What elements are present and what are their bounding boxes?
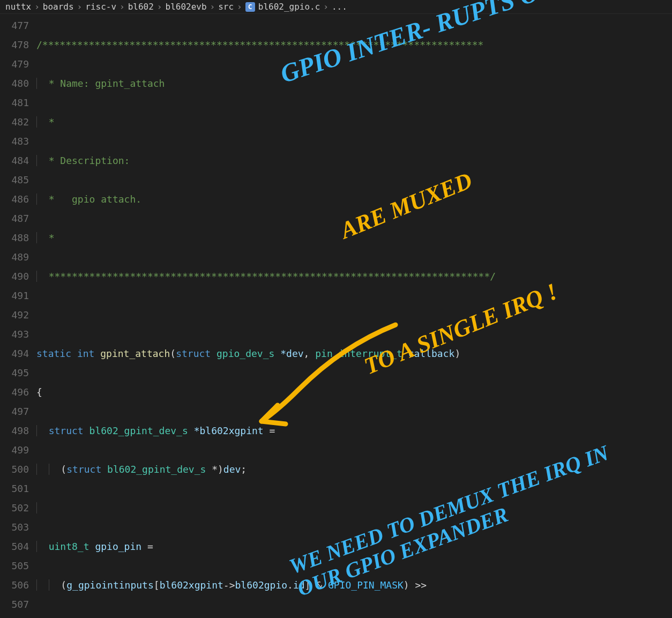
breadcrumb[interactable]: nuttx › boards › risc-v › bl602 › bl602e…	[0, 0, 672, 14]
line-number: 505	[5, 556, 29, 576]
breadcrumb-item[interactable]: nuttx	[5, 2, 31, 12]
line-number: 479	[5, 55, 29, 74]
line-number: 494	[5, 344, 29, 363]
line-number: 492	[5, 306, 29, 325]
line-number: 482	[5, 113, 29, 132]
comment-line: /***************************************…	[36, 39, 483, 50]
chevron-right-icon: ›	[34, 2, 40, 12]
line-number: 501	[5, 479, 29, 498]
line-number: 500	[5, 460, 29, 479]
code-content[interactable]: /***************************************…	[36, 14, 672, 618]
line-number: 498	[5, 421, 29, 441]
line-number: 481	[5, 93, 29, 113]
line-number: 495	[5, 363, 29, 383]
line-number: 499	[5, 441, 29, 460]
line-number: 487	[5, 209, 29, 228]
code-line: uint8_t gpio_pin =	[36, 537, 672, 556]
blank-line	[36, 306, 672, 325]
code-line: struct bl602_gpint_dev_s *bl602xgpint =	[36, 421, 672, 441]
chevron-right-icon: ›	[157, 2, 162, 12]
line-number: 496	[5, 383, 29, 402]
line-number: 483	[5, 132, 29, 151]
comment-line: *	[43, 116, 55, 128]
line-number-gutter: 4774784794804814824834844854864874884894…	[0, 14, 36, 618]
line-number: 493	[5, 325, 29, 344]
breadcrumb-item[interactable]: risc-v	[85, 2, 116, 12]
line-number: 506	[5, 576, 29, 595]
line-number: 488	[5, 228, 29, 248]
breadcrumb-item[interactable]: bl602	[128, 2, 154, 12]
chevron-right-icon: ›	[120, 2, 125, 12]
line-number: 497	[5, 402, 29, 421]
code-line: (struct bl602_gpint_dev_s *)dev;	[36, 460, 672, 479]
line-number: 486	[5, 190, 29, 209]
breadcrumb-more[interactable]: ...	[332, 2, 347, 12]
breadcrumb-item[interactable]: src	[218, 2, 234, 12]
comment-line: * gpio attach.	[43, 193, 141, 205]
comment-line: * Description:	[43, 155, 130, 166]
line-number: 485	[5, 170, 29, 190]
code-line: static int gpint_attach(struct gpio_dev_…	[36, 344, 672, 363]
editor-area[interactable]: 4774784794804814824834844854864874884894…	[0, 14, 672, 618]
c-file-icon: C	[245, 2, 255, 12]
line-number: 502	[5, 498, 29, 518]
blank-line	[36, 498, 672, 518]
comment-line: ****************************************…	[43, 271, 496, 282]
code-line: {	[36, 383, 672, 402]
comment-line: *	[43, 232, 55, 243]
line-number: 490	[5, 267, 29, 286]
chevron-right-icon: ›	[323, 2, 328, 12]
chevron-right-icon: ›	[237, 2, 242, 12]
chevron-right-icon: ›	[77, 2, 83, 12]
breadcrumb-item[interactable]: boards	[43, 2, 74, 12]
line-number: 491	[5, 286, 29, 306]
code-line: (g_gpiointinputs[bl602xgpint->bl602gpio.…	[36, 576, 672, 595]
comment-line: * Name: gpint_attach	[43, 78, 165, 89]
line-number: 477	[5, 16, 29, 35]
code-line: GPIO_PIN_SHIFT;	[36, 614, 672, 618]
breadcrumb-item[interactable]: bl602evb	[166, 2, 207, 12]
line-number: 504	[5, 537, 29, 556]
line-number: 507	[5, 595, 29, 614]
line-number: 489	[5, 248, 29, 267]
arrow-icon	[235, 314, 406, 437]
line-number: 503	[5, 518, 29, 537]
line-number: 478	[5, 35, 29, 55]
breadcrumb-file[interactable]: bl602_gpio.c	[258, 2, 320, 12]
chevron-right-icon: ›	[210, 2, 215, 12]
line-number: 480	[5, 74, 29, 93]
line-number: 484	[5, 151, 29, 170]
